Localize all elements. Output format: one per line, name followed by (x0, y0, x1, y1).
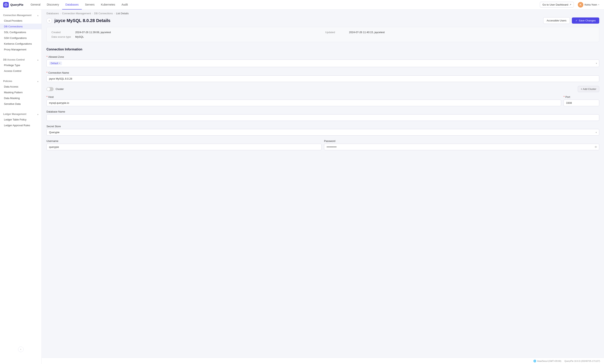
save-changes-label: Save Changes (579, 19, 596, 22)
port-label-text: Port (565, 96, 570, 98)
nav-right: Go to User Dashboard ↗ K Keira Yoon ▾ (540, 1, 601, 8)
sidebar-item-masking-pattern[interactable]: Masking Pattern (0, 89, 41, 95)
sidebar-item-data-masking[interactable]: Data Masking (0, 95, 41, 101)
chevron-down-icon: ▾ (598, 4, 599, 6)
allowed-zone-label-text: Allowed Zone (48, 55, 64, 58)
created-value: 2024-07-26 11:39:08, jaycetest (75, 31, 111, 34)
sidebar-item-ssh-configurations[interactable]: SSH Configurations (0, 35, 41, 41)
eye-icon[interactable]: 👁 (594, 146, 597, 149)
sidebar-section-header-ledger-management[interactable]: Ledger Management ▴ (0, 111, 41, 117)
host-input[interactable] (47, 100, 561, 106)
database-name-label: Database Name (47, 110, 599, 113)
username-input[interactable] (47, 144, 322, 150)
breadcrumb-sep-3: › (114, 12, 115, 15)
back-button[interactable]: ‹ (47, 18, 52, 24)
breadcrumb-sep-2: › (92, 12, 93, 15)
breadcrumb: Databases › Connection Management › DB C… (42, 10, 604, 15)
sidebar-section-label-connection-management: Connection Management (3, 14, 32, 17)
sidebar-section-header-db-access-control[interactable]: DB Access Control ▴ (0, 57, 41, 62)
logo-area[interactable]: QueryPie (3, 2, 24, 8)
sidebar-item-data-access[interactable]: Data Access (0, 84, 41, 89)
tab-audit[interactable]: Audit (118, 0, 131, 10)
sidebar-section-policies: Policies ▴ Data Access Masking Pattern D… (0, 75, 41, 108)
credentials-row: Username Password 👁 (47, 140, 599, 154)
form-group-connection-name: * Connection Name (47, 71, 599, 82)
tab-servers[interactable]: Servers (82, 0, 98, 10)
data-source-type-label: Data source type (51, 35, 73, 38)
sidebar-section-label-policies: Policies (3, 80, 12, 83)
host-port-row: * Host * Port (47, 95, 599, 110)
connection-name-label-text: Connection Name (48, 71, 69, 74)
required-indicator-connection-name: * (47, 71, 48, 74)
accessible-users-button[interactable]: Accessible Users (543, 17, 570, 24)
sidebar-item-sensitive-data[interactable]: Sensitive Data (0, 101, 41, 107)
sidebar-item-proxy-management[interactable]: Proxy Management (0, 47, 41, 52)
sidebar-collapse-button[interactable]: ‹ (18, 347, 24, 352)
tab-kubernetes[interactable]: Kubernetes (98, 0, 118, 10)
port-input[interactable] (564, 100, 599, 106)
database-name-input[interactable] (47, 114, 599, 121)
tab-general[interactable]: General (27, 0, 44, 10)
form-group-database-name: Database Name (47, 110, 599, 121)
form-group-password: Password 👁 (324, 140, 599, 150)
data-source-type-value: MySQL (75, 35, 84, 38)
content-area: Created 2024-07-26 11:39:08, jaycetest U… (42, 27, 604, 358)
go-to-user-dashboard-button[interactable]: Go to User Dashboard ↗ (540, 2, 574, 8)
sidebar-item-ledger-table-policy[interactable]: Ledger Table Policy (0, 117, 41, 122)
tab-databases[interactable]: Databases (62, 0, 82, 10)
sidebar-item-access-control[interactable]: Access Control (0, 68, 41, 74)
port-label: * Port (564, 95, 599, 98)
updated-label: Updated (325, 31, 347, 34)
breadcrumb-db-connections[interactable]: DB Connections (94, 12, 113, 15)
breadcrumb-connection-management[interactable]: Connection Management (62, 12, 91, 15)
info-card: Created 2024-07-26 11:39:08, jaycetest U… (47, 27, 599, 42)
chevron-down-icon-allowed-zone: ▾ (596, 62, 597, 65)
allowed-zone-tag-text: Default (51, 62, 58, 65)
form-group-secret-store: Secret Store Querypie ▾ (47, 125, 599, 135)
chevron-up-icon-2: ▴ (37, 59, 38, 61)
sidebar-item-db-connections[interactable]: DB Connections (0, 24, 41, 29)
timezone-text: Asia/Seoul (GMT+09:00) (537, 360, 561, 362)
sidebar-section-header-policies[interactable]: Policies ▴ (0, 79, 41, 84)
user-area[interactable]: K Keira Yoon ▾ (576, 1, 601, 8)
form-group-host: * Host (47, 95, 561, 106)
allowed-zone-select[interactable]: Default × ▾ (47, 60, 599, 67)
sidebar-item-ssl-configurations[interactable]: SSL Configurations (0, 29, 41, 35)
created-label: Created (51, 31, 73, 34)
cluster-label-group: Cluster (47, 87, 64, 91)
secret-store-label-text: Secret Store (47, 125, 61, 128)
password-input[interactable] (324, 144, 599, 150)
required-indicator-host: * (47, 95, 48, 98)
connection-name-input[interactable] (47, 75, 599, 82)
save-changes-button[interactable]: ✓ Save Changes (572, 17, 599, 24)
logo-text: QueryPie (10, 3, 24, 6)
breadcrumb-databases[interactable]: Databases (47, 12, 59, 15)
updated-value: 2024-07-26 11:40:15, jaycetest (349, 31, 385, 34)
cluster-toggle[interactable] (47, 87, 54, 91)
remove-tag-button[interactable]: × (59, 62, 60, 65)
version-text: QueryPie 10.0.0 (20240725-171127) (565, 360, 600, 362)
info-row-updated: Updated 2024-07-26 11:40:15, jaycetest (325, 31, 594, 34)
secret-store-select[interactable]: Querypie (47, 129, 599, 135)
checkmark-icon: ✓ (575, 19, 578, 22)
header-actions: Accessible Users ✓ Save Changes (543, 17, 599, 24)
password-label: Password (324, 140, 599, 143)
username-label-text: Username (47, 140, 58, 143)
cluster-row: Cluster + Add Cluster (47, 86, 599, 92)
sidebar-item-ledger-approval-rules[interactable]: Ledger Approval Rules (0, 122, 41, 128)
logo-icon (3, 2, 9, 8)
add-cluster-button[interactable]: + Add Cluster (578, 86, 599, 92)
tab-discovery[interactable]: Discovery (44, 0, 62, 10)
sidebar-item-privilege-type[interactable]: Privilege Type (0, 62, 41, 68)
bottom-bar: 🌐 Asia/Seoul (GMT+09:00) QueryPie 10.0.0… (42, 358, 604, 364)
sidebar-section-header-connection-management[interactable]: Connection Management ▴ (0, 13, 41, 18)
form-group-port: * Port (564, 95, 599, 106)
sidebar-item-kerberos-configurations[interactable]: Kerberos Configurations (0, 41, 41, 47)
sidebar-item-cloud-providers[interactable]: Cloud Providers (0, 18, 41, 24)
host-label-text: Host (48, 96, 54, 98)
secret-store-label: Secret Store (47, 125, 599, 128)
toggle-knob (47, 87, 50, 91)
password-wrapper: 👁 (324, 144, 599, 150)
main: Databases › Connection Management › DB C… (42, 10, 604, 364)
page-header: ‹ jayce MySQL 8.0.28 Details Accessible … (42, 15, 604, 27)
